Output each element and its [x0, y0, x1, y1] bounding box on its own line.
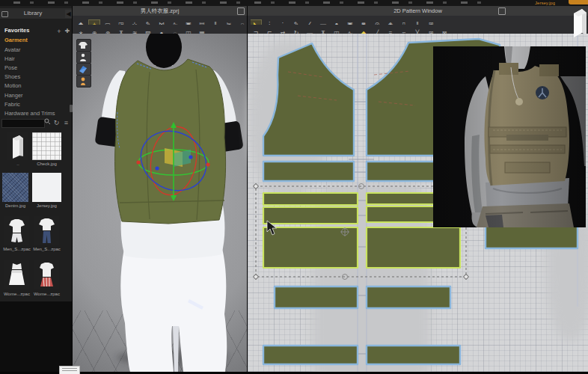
- viewport-3d-window: 男人特衣服.zprj ◆+▭◳⊹✎⋈∿▣▤∥✂○ ∗⊕⊗⊼≋▨●◌◫▦: [73, 6, 248, 374]
- refresh-icon[interactable]: ↻: [52, 118, 61, 127]
- library-header: Library ◀: [0, 8, 72, 19]
- toolbar-2d: ◣⋮∴✎∠▬●▣◙⊙◈▯∥⊞ ⊐⊏⇄↻▬⊼◫∿◆╱≡≈╳⊞⊠: [248, 16, 588, 34]
- thumbnail-parent-folder[interactable]: [7, 132, 28, 160]
- thumbnail-check-fabric[interactable]: [32, 132, 61, 160]
- app-window: Jersey.jpg Library ◀ Favorites + ✚ Garme…: [0, 0, 588, 374]
- library-panel: Library ◀ Favorites + ✚ Garment Avatar H…: [0, 6, 73, 374]
- ring-icon[interactable]: ○: [237, 20, 247, 25]
- library-item-hanger[interactable]: Hanger: [4, 91, 69, 100]
- thumbnail-label: ..: [7, 162, 28, 166]
- library-item-garment[interactable]: Garment: [4, 36, 69, 45]
- thumbnail-label: Wome...zpac: [31, 292, 62, 296]
- corner-accent-button[interactable]: [569, 0, 588, 4]
- scissors-icon[interactable]: ✂: [224, 20, 234, 25]
- thumbnail-label: Men_S...zpac: [1, 247, 32, 251]
- pattern-2d-window: 2D Pattern Window ◣⋮∴✎∠▬●▣◙⊙◈▯∥⊞ ⊐⊏⇄↻▬⊼◫…: [248, 6, 588, 374]
- library-item-pose[interactable]: Pose: [4, 64, 69, 73]
- thumbnail-label: Jersey.jpg: [30, 203, 64, 208]
- collapse-panel-icon[interactable]: ◀: [65, 10, 72, 18]
- float-window-icon[interactable]: [237, 7, 245, 15]
- thumbnail-women-garment-1[interactable]: [4, 260, 29, 289]
- toolbar-3d: ◆+▭◳⊹✎⋈∿▣▤∥✂○ ∗⊕⊗⊼≋▨●◌◫▦: [73, 16, 247, 34]
- show-garment-button[interactable]: [76, 39, 91, 52]
- search-input[interactable]: [1, 119, 45, 128]
- library-empty-area: [0, 301, 72, 374]
- shirt-jeans-icon: [34, 216, 59, 245]
- thumbnail-men-garment-2[interactable]: [34, 216, 59, 245]
- thumbnail-label: Men_S...zpac: [31, 247, 62, 251]
- library-item-hardware-trims[interactable]: Hardware and Trims: [4, 109, 69, 118]
- thumbnail-men-garment-1[interactable]: [4, 216, 29, 245]
- library-book-icon[interactable]: [571, 7, 588, 37]
- dress-icon: [4, 260, 29, 289]
- viewport-3d-titlebar[interactable]: 男人特衣服.zprj: [73, 6, 247, 16]
- thumbnail-women-garment-2[interactable]: [34, 260, 59, 289]
- library-item-fabric[interactable]: Fabric: [4, 100, 69, 109]
- library-item-motion[interactable]: Motion: [4, 82, 69, 91]
- thumbnail-label: Check.jpg: [30, 162, 64, 166]
- folder-icon: [7, 132, 28, 160]
- show-fabric-button[interactable]: [76, 63, 91, 76]
- float-window-icon[interactable]: [498, 7, 506, 15]
- pattern-2d-titlebar[interactable]: 2D Pattern Window: [248, 6, 588, 16]
- pattern-window-title: 2D Pattern Window: [248, 6, 588, 16]
- show-avatar-button[interactable]: [76, 51, 91, 64]
- toolbar-3d-row1: ◆+▭◳⊹✎⋈∿▣▤∥✂○: [76, 16, 247, 25]
- mini-popup[interactable]: [59, 366, 80, 374]
- garment-icon: [77, 40, 89, 50]
- toolbar-3d-row2: ∗⊕⊗⊼≋▨●◌◫▦: [76, 25, 247, 34]
- library-item-avatar[interactable]: Avatar: [4, 46, 69, 55]
- fabric-icon: [77, 64, 89, 74]
- pants-icon[interactable]: ∥: [210, 20, 221, 25]
- toolbar-2d-row2: ⊐⊏⇄↻▬⊼◫∿◆╱≡≈╳⊞⊠: [251, 25, 588, 34]
- top-skirt-icon: [34, 260, 59, 289]
- add-favorite-icon[interactable]: +: [55, 28, 63, 35]
- pattern-2d-canvas[interactable]: [248, 34, 588, 372]
- mannequin-icon: [77, 76, 89, 86]
- list-view-icon[interactable]: ≡: [62, 118, 70, 127]
- project-title: 男人特衣服.zprj: [73, 6, 247, 16]
- toolbar-2d-row1: ◣⋮∴✎∠▬●▣◙⊙◈▯∥⊞: [251, 16, 588, 25]
- topbar-right-label: Jersey.jpg: [535, 0, 555, 6]
- library-title: Library: [0, 8, 66, 19]
- library-item-hair[interactable]: Hair: [4, 55, 69, 64]
- thumbnail-denim-fabric[interactable]: [2, 173, 28, 202]
- pattern-piece-selected[interactable]: [263, 193, 460, 268]
- thumbnail-jersey-fabric[interactable]: [32, 173, 61, 202]
- avatar-icon: [77, 52, 89, 62]
- library-item-shoes[interactable]: Shoes: [4, 73, 69, 82]
- tshirt-shorts-icon: [4, 216, 29, 245]
- reference-photo: [433, 46, 586, 227]
- thumbnail-label: Denim.jpg: [0, 203, 31, 208]
- rotation-gizmo[interactable]: [127, 120, 221, 203]
- show-trim-button[interactable]: [76, 75, 91, 88]
- menu-items-clipped[interactable]: [13, 1, 485, 4]
- thumbnail-label: Wome...zpac: [1, 292, 32, 296]
- add-folder-icon[interactable]: ✚: [64, 28, 71, 35]
- search-icon[interactable]: [43, 118, 52, 127]
- top-menu-bar: Jersey.jpg: [0, 0, 588, 6]
- viewport-3d-canvas[interactable]: [73, 34, 247, 372]
